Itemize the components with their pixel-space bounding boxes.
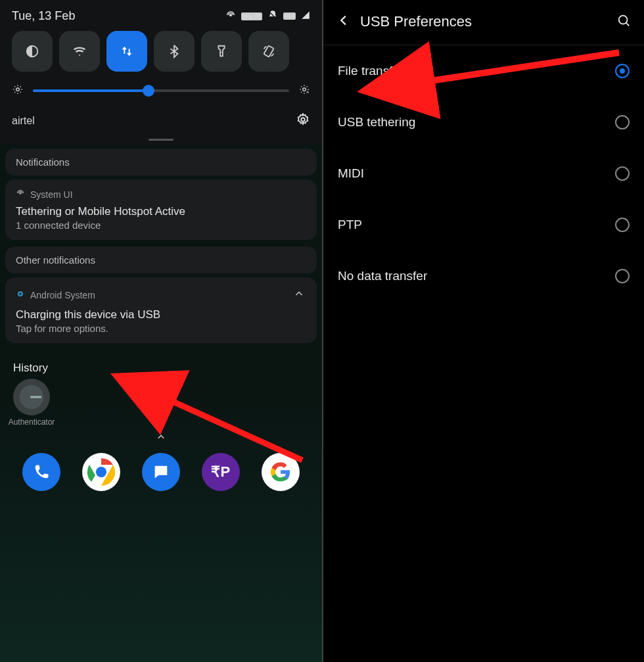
brightness-slider-fill: [33, 89, 149, 92]
qs-tile-data[interactable]: [106, 31, 147, 72]
notifications-header-label: Notifications: [16, 156, 306, 168]
dock: ₹P: [0, 453, 322, 491]
notif-app-name: Android System: [30, 290, 95, 300]
svg-line-18: [164, 398, 302, 460]
svg-point-19: [619, 16, 628, 24]
radio-icon[interactable]: [615, 64, 630, 78]
radio-icon[interactable]: [615, 269, 630, 283]
notif-body: Tap for more options.: [16, 323, 306, 334]
usb-option-label: No data transfer: [338, 269, 427, 283]
notif-app-row: Android System: [16, 287, 306, 303]
svg-point-0: [230, 14, 232, 16]
usb-option-label: PTP: [338, 218, 362, 232]
dock-icon-phone[interactable]: [22, 453, 60, 491]
usb-preferences-screen: USB Preferences File transferUSB tetheri…: [322, 0, 644, 662]
notif-card-system-ui[interactable]: System UI Tethering or Mobile Hotspot Ac…: [5, 179, 317, 240]
carrier-row: airtel: [12, 106, 310, 136]
notif-app-row: System UI: [16, 189, 306, 200]
usb-option-no-data-transfer[interactable]: No data transfer: [335, 250, 632, 302]
notif-app-name: System UI: [30, 189, 73, 200]
dock-icon-google[interactable]: [262, 453, 300, 491]
history-app-authenticator[interactable]: [13, 379, 50, 415]
qs-tile-row: [12, 31, 310, 72]
brightness-slider-thumb[interactable]: [143, 85, 154, 97]
svg-point-11: [19, 293, 22, 295]
other-notif-header-label: Other notifications: [16, 254, 306, 266]
notifications-header: Notifications: [5, 149, 317, 176]
dock-icon-phonepe[interactable]: ₹P: [202, 453, 240, 491]
radio-icon[interactable]: [615, 218, 630, 232]
carrier-label: airtel: [12, 115, 35, 127]
app-drawer-indicator[interactable]: [0, 431, 322, 446]
usb-option-label: File transfer: [338, 64, 403, 78]
settings-gear-icon[interactable]: [296, 112, 310, 130]
radio-icon[interactable]: [615, 115, 630, 130]
status-icons: VoLTE 4G+: [225, 10, 310, 23]
mute-icon: [267, 10, 278, 23]
svg-point-8: [301, 118, 305, 122]
notification-shade: Tue, 13 Feb VoLTE 4G+: [0, 0, 322, 662]
notif-title: Tethering or Mobile Hotspot Active: [16, 205, 306, 218]
usb-option-usb-tethering[interactable]: USB tethering: [335, 97, 632, 148]
qs-tile-dnd[interactable]: [12, 31, 53, 72]
android-system-icon: [16, 289, 25, 300]
notif-card-android-system[interactable]: Android System Charging this device via …: [5, 277, 317, 343]
svg-point-9: [20, 193, 21, 194]
signal-icon: [301, 11, 310, 22]
history-label[interactable]: History: [13, 362, 322, 375]
svg-point-6: [303, 88, 306, 91]
brightness-auto-icon[interactable]: A: [298, 83, 310, 98]
history-app-label: Authenticator: [7, 418, 57, 427]
volte-badge: VoLTE: [241, 12, 262, 20]
hotspot-icon: [16, 189, 25, 200]
collapse-chevron-icon[interactable]: [292, 287, 306, 303]
notif-title: Charging this device via USB: [16, 308, 306, 321]
usb-option-label: MIDI: [338, 166, 364, 181]
qs-drag-handle[interactable]: [149, 139, 173, 141]
usb-options-list: File transferUSB tetheringMIDIPTPNo data…: [335, 45, 632, 302]
hotspot-status-icon: [225, 10, 236, 23]
dock-icon-messages[interactable]: [142, 453, 180, 491]
status-date[interactable]: Tue, 13 Feb: [12, 9, 75, 23]
usb-prefs-title: USB Preferences: [360, 13, 607, 30]
brightness-slider-row: A: [12, 83, 310, 98]
qs-tile-flashlight[interactable]: [201, 31, 242, 72]
phonepe-symbol: ₹P: [211, 463, 230, 481]
qs-tile-rotate[interactable]: [248, 31, 289, 72]
svg-point-5: [16, 88, 20, 91]
usb-option-ptp[interactable]: PTP: [335, 199, 632, 250]
notif-body: 1 connected device: [16, 220, 306, 231]
brightness-low-icon: [12, 83, 24, 98]
radio-icon[interactable]: [615, 166, 630, 181]
svg-rect-13: [30, 396, 41, 398]
svg-point-17: [96, 467, 106, 477]
svg-text:A: A: [307, 90, 310, 94]
usb-option-file-transfer[interactable]: File transfer: [335, 45, 632, 97]
brightness-slider[interactable]: [33, 89, 289, 92]
quick-settings-panel: Tue, 13 Feb VoLTE 4G+: [0, 0, 322, 145]
other-notifications-header: Other notifications: [5, 247, 317, 273]
search-icon[interactable]: [616, 13, 631, 30]
dock-icon-chrome[interactable]: [82, 453, 120, 491]
svg-line-20: [626, 23, 630, 26]
back-icon[interactable]: [336, 13, 351, 30]
usb-option-midi[interactable]: MIDI: [335, 148, 632, 199]
network-badge: 4G+: [283, 12, 296, 20]
qs-tile-wifi[interactable]: [59, 31, 100, 72]
status-bar: Tue, 13 Feb VoLTE 4G+: [12, 9, 310, 23]
usb-option-label: USB tethering: [338, 115, 415, 130]
usb-prefs-header: USB Preferences: [335, 0, 632, 45]
qs-tile-bluetooth[interactable]: [154, 31, 195, 72]
